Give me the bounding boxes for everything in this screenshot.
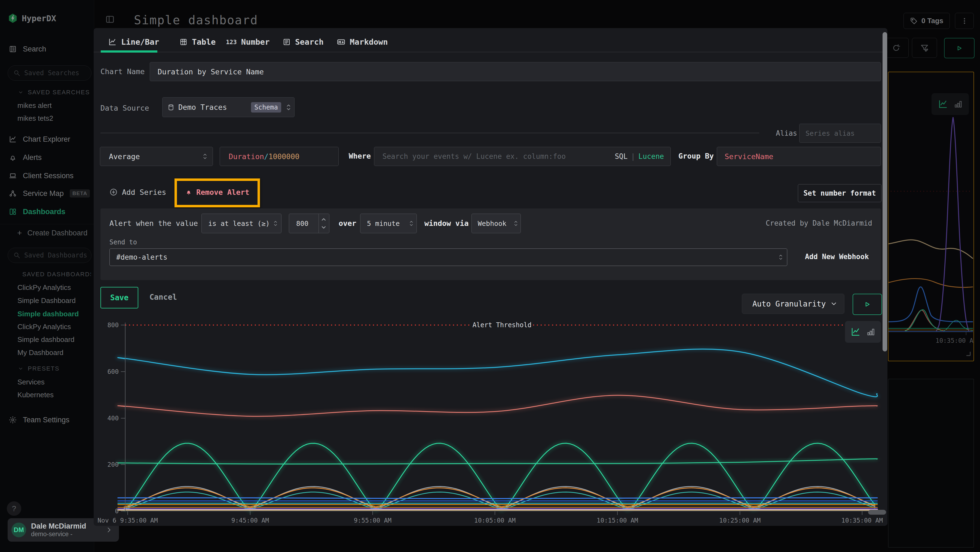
save-button[interactable]: Save	[100, 287, 138, 308]
granularity-select[interactable]: Auto Granularity	[742, 294, 845, 314]
modal-horizontal-scrollbar[interactable]	[868, 510, 886, 515]
formula-denominator: 1000000	[269, 152, 299, 161]
data-source-label: Data Source	[100, 104, 149, 112]
x-tick: 10:25:00 AM	[719, 517, 760, 524]
chevron-right-icon	[105, 526, 113, 533]
group-by-label: Group By	[678, 152, 714, 160]
y-tick: 600	[107, 368, 119, 375]
chevron-down-icon	[830, 300, 838, 308]
data-source-select[interactable]: Demo Traces Schema	[162, 97, 294, 117]
bar-chart-icon[interactable]	[866, 327, 875, 337]
table-icon	[180, 38, 188, 46]
line-chart-icon	[108, 38, 117, 46]
y-tick: 0	[115, 507, 119, 515]
chart-name-label: Chart Name	[100, 67, 145, 76]
mode-separator: |	[631, 152, 635, 161]
tabs-divider	[94, 52, 888, 52]
avatar: DM	[11, 523, 26, 537]
tab-line-bar[interactable]: Line/Bar	[108, 36, 159, 48]
alert-condition-select[interactable]: is at least (≥)	[202, 214, 282, 233]
run-chart-button[interactable]	[853, 294, 882, 315]
alert-prefix-label: Alert when the value	[110, 219, 198, 228]
active-tab-underline	[101, 50, 158, 53]
chevrons-updown-icon	[514, 219, 518, 228]
chevrons-updown-icon	[273, 219, 278, 228]
y-tick: 200	[107, 461, 119, 468]
modal-vertical-scrollbar[interactable]	[883, 32, 887, 351]
send-to-label: Send to	[110, 238, 137, 246]
alert-channel-select[interactable]: Webhook	[471, 214, 521, 233]
chevrons-updown-icon	[409, 219, 414, 228]
set-number-format-button[interactable]: Set number format	[798, 184, 881, 202]
y-tick: 800	[107, 322, 119, 329]
plus-circle-icon	[110, 188, 118, 196]
formula-field: Duration	[229, 152, 264, 161]
aggregation-select[interactable]: Average	[100, 147, 213, 166]
edit-chart-modal: Line/Bar Table 123 Number Search Markdow…	[94, 28, 888, 526]
alias-label: Alias	[776, 129, 797, 137]
database-icon	[167, 104, 175, 111]
x-tick: 10:15:00 AM	[597, 517, 638, 524]
lucene-mode-toggle[interactable]: Lucene	[638, 152, 664, 161]
x-tick: 10:35:00 AM	[842, 517, 883, 524]
schema-badge: Schema	[251, 102, 281, 113]
markdown-icon	[337, 38, 345, 46]
x-tick: Nov 6 9:35:00 AM	[97, 517, 158, 524]
search-doc-icon	[283, 38, 291, 46]
sql-mode-toggle[interactable]: SQL	[615, 152, 627, 161]
123-icon: 123	[226, 39, 237, 46]
number-stepper[interactable]	[318, 214, 329, 233]
alert-created-by: Created by Dale McDiarmid	[766, 219, 872, 227]
x-tick: 9:45:00 AM	[231, 517, 269, 524]
add-series-button[interactable]: Add Series	[110, 186, 166, 198]
cancel-button[interactable]: Cancel	[150, 287, 177, 307]
add-new-webhook-button[interactable]: Add New Webhook	[805, 252, 869, 261]
alert-via-label: window via	[425, 219, 469, 228]
series-formula-input[interactable]: Duration/1000000	[220, 147, 339, 166]
x-tick: 9:55:00 AM	[354, 517, 391, 524]
y-tick: 400	[107, 415, 119, 422]
alert-window-select[interactable]: 5 minute	[360, 214, 417, 233]
chart-type-toggle[interactable]	[845, 321, 881, 343]
alert-over-label: over	[339, 219, 356, 228]
x-tick: 10:05:00 AM	[474, 517, 515, 524]
user-subtitle: demo-service -	[31, 530, 100, 538]
chart-name-input[interactable]: Duration by Service Name	[150, 62, 881, 81]
play-icon	[863, 300, 871, 308]
alert-threshold-input[interactable]: 800	[289, 214, 329, 233]
line-chart-icon[interactable]	[850, 327, 861, 337]
tab-markdown[interactable]: Markdown	[337, 36, 388, 48]
annotation-highlight-box	[175, 179, 260, 207]
chevrons-updown-icon	[778, 253, 783, 261]
tab-number[interactable]: 123 Number	[226, 36, 270, 48]
user-name: Dale McDiarmid	[31, 522, 100, 530]
group-by-input[interactable]: ServiceName	[717, 147, 881, 166]
tab-search[interactable]: Search	[283, 36, 324, 48]
preview-chart: 800 600 400 200 0 Nov 6 9:35:00 AM 9:45:…	[94, 319, 888, 526]
where-label: Where	[349, 152, 371, 160]
chevrons-updown-icon	[286, 103, 291, 112]
formula-operator: /	[264, 152, 269, 161]
tab-table[interactable]: Table	[180, 36, 216, 48]
where-search-input[interactable]: Search your events w/ Lucene ex. column:…	[374, 147, 671, 166]
chevrons-updown-icon	[202, 152, 208, 161]
series-alias-input[interactable]: Series alias	[799, 124, 881, 143]
send-to-select[interactable]: #demo-alerts	[110, 249, 787, 266]
series-divider	[100, 133, 759, 133]
alert-threshold-label: Alert Threshold	[473, 321, 531, 329]
